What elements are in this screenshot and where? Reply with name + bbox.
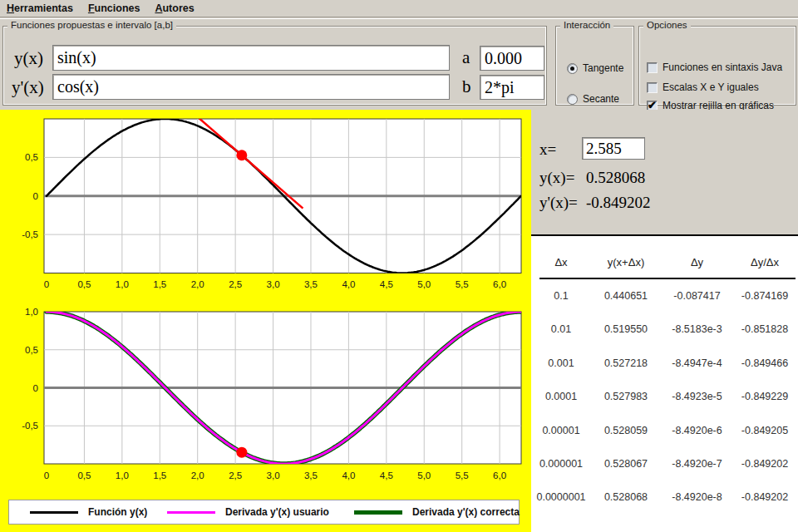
table-row: 0.000010.528059-8.4920e-6-0.849205: [531, 414, 796, 447]
checkbox-icon[interactable]: [647, 82, 658, 93]
table-cell: -0.087417: [661, 279, 733, 313]
y-function-input[interactable]: [52, 45, 450, 71]
group-funciones: Funciones propuestas e intervalo [a,b] y…: [2, 26, 547, 106]
legend-item: Derivada y'(x) correcta: [354, 500, 520, 524]
table-cell: 0.000001: [531, 447, 591, 480]
radio-secante-icon[interactable]: [567, 94, 578, 105]
graph-panel: 00,51,01,52,02,53,03,54,04,55,05,56,00,5…: [0, 110, 531, 532]
menu-item-funciones[interactable]: Funciones: [81, 2, 148, 14]
table-header-row: Δxy(x+Δx)ΔyΔy/Δx: [531, 253, 796, 273]
y-readout: y(x)=0.528068: [539, 169, 645, 187]
dy-readout-label: y'(x)=: [539, 194, 586, 212]
table-cell: -0.874169: [733, 279, 796, 313]
radio-row-tangente[interactable]: Tangente: [567, 62, 623, 74]
x-tick-label: 3,5: [304, 470, 318, 480]
legend-label: Derivada y'(x) correcta: [412, 506, 520, 518]
table-row: 0.0000010.528067-8.4920e-7-0.849202: [531, 447, 796, 480]
table-cell: 0.0000001: [531, 480, 591, 514]
table-cell: -8.4923e-5: [661, 380, 733, 413]
x-tick-label: 4,0: [342, 470, 355, 480]
legend-line-sample: [354, 510, 402, 515]
x-tick-label: 4,5: [380, 470, 393, 480]
x-tick-label: 0: [44, 470, 49, 480]
draggable-point[interactable]: [236, 447, 247, 458]
table-cell: -8.4920e-6: [661, 414, 733, 447]
x-tick-label: 5,0: [417, 279, 431, 289]
dy-readout: y'(x)=-0.849202: [539, 194, 651, 212]
checkbox-row[interactable]: Funciones en sintaxis Java: [647, 62, 782, 73]
group-funciones-title: Funciones propuestas e intervalo [a,b]: [7, 20, 176, 30]
group-interaccion-title: Interacción: [560, 20, 613, 30]
interval-a-input[interactable]: [480, 46, 544, 71]
x-tick-label: 3,0: [267, 279, 280, 289]
y-readout-label: y(x)=: [539, 169, 586, 187]
table-header-cell: Δx: [531, 253, 591, 273]
delta-table: Δxy(x+Δx)ΔyΔy/Δx 0.10.440651-0.087417-0.…: [531, 236, 798, 532]
x-tick-label: 4,0: [342, 279, 355, 289]
x-tick-label: 2,5: [229, 279, 242, 289]
checkbox-row[interactable]: Escalas X e Y iguales: [647, 81, 759, 93]
table-cell: 0.440651: [591, 279, 661, 313]
legend-label: Derivada y'(x) usuario: [225, 506, 329, 518]
app-window: { "menu": { "items": [ {"label":"Herrami…: [0, 0, 798, 532]
table-cell: 0.527983: [591, 380, 661, 413]
plot-2: 00,51,01,52,02,53,03,54,04,55,05,56,01,0…: [22, 307, 521, 480]
x-tick-label: 0: [44, 279, 49, 289]
interval-b-input[interactable]: [480, 75, 544, 100]
legend-item: Derivada y'(x) usuario: [167, 500, 329, 524]
table-cell: -8.4947e-4: [661, 347, 733, 380]
plot-1: 00,51,01,52,02,53,03,54,04,55,05,56,00,5…: [22, 110, 521, 289]
radio-row-secante[interactable]: Secante: [567, 93, 619, 105]
x-value-input[interactable]: [582, 137, 645, 160]
x-tick-label: 3,5: [304, 279, 318, 289]
group-opciones-title: Opciones: [643, 20, 691, 30]
x-readout-label: x=: [539, 140, 556, 159]
x-tick-label: 5,5: [456, 470, 469, 480]
table-row: 0.00000010.528068-8.4920e-8-0.849202: [531, 480, 796, 514]
x-tick-label: 5,0: [417, 470, 431, 480]
table-cell: 0.528067: [591, 447, 661, 480]
interval-a-label: a: [462, 47, 470, 68]
checkbox-label: Funciones en sintaxis Java: [663, 62, 782, 73]
table-row: 0.00010.527983-8.4923e-5-0.849229: [531, 380, 796, 413]
table-cell: 0.528068: [591, 480, 661, 514]
table-cell: 0.1: [531, 279, 591, 313]
table-cell: -0.849202: [733, 447, 796, 480]
table-cell: 0.001: [531, 347, 591, 380]
table-cell: -8.4920e-8: [661, 480, 733, 514]
legend-item: Función y(x): [30, 500, 147, 524]
menu-item-autores[interactable]: Autores: [147, 2, 201, 14]
y-tick-label: 0: [33, 191, 38, 201]
y-function-label: y(x): [14, 48, 43, 69]
draggable-point[interactable]: [236, 150, 247, 160]
table-cell: 0.0001: [531, 380, 591, 413]
group-opciones: Opciones Funciones en sintaxis JavaEscal…: [638, 26, 796, 106]
table-cell: 0.527218: [591, 347, 661, 380]
table-row: 0.010.519550-8.5183e-3-0.851828: [531, 313, 796, 346]
checkbox-label: Escalas X e Y iguales: [663, 81, 759, 93]
table-cell: -0.849466: [733, 347, 796, 380]
dy-function-input[interactable]: [52, 74, 450, 100]
readout-panel: x= y(x)=0.528068 y'(x)=-0.849202: [531, 110, 798, 236]
table-header-cell: Δy/Δx: [733, 253, 796, 273]
table-header-cell: y(x+Δx): [591, 253, 661, 273]
control-panel: Funciones propuestas e intervalo [a,b] y…: [0, 18, 798, 110]
x-tick-label: 3,0: [267, 470, 280, 480]
y-tick-label: -0,5: [22, 421, 38, 431]
table-cell: -0.851828: [733, 313, 796, 346]
menu-item-herramientas[interactable]: Herramientas: [0, 2, 81, 14]
table-cell: -0.849202: [733, 480, 796, 514]
x-tick-label: 0,5: [77, 279, 91, 289]
checkbox-icon[interactable]: [647, 62, 658, 73]
radio-tangente-icon[interactable]: [567, 63, 578, 74]
table-cell: -8.4920e-7: [661, 447, 733, 480]
x-tick-label: 0,5: [77, 470, 91, 480]
x-tick-label: 1,0: [116, 470, 129, 480]
legend-box: Función y(x)Derivada y'(x) usuarioDeriva…: [8, 500, 520, 525]
dy-readout-value: -0.849202: [586, 194, 651, 211]
y-tick-label: -0,5: [22, 229, 38, 239]
y-tick-label: 1,0: [25, 307, 38, 317]
legend-label: Función y(x): [88, 506, 147, 518]
y-tick-label: 0,5: [25, 345, 38, 355]
x-tick-label: 6,0: [493, 470, 506, 480]
